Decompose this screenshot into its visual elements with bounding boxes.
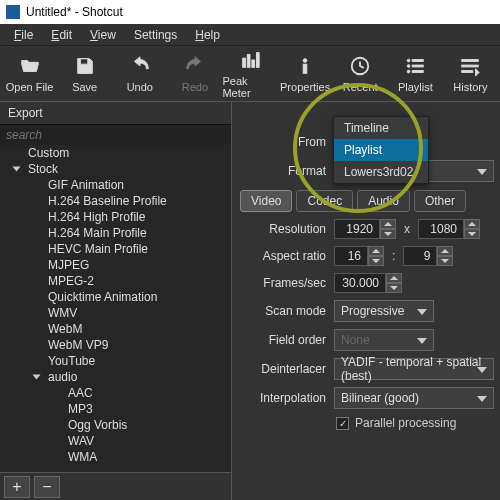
aspect-b-spinner[interactable]: 9 <box>403 246 453 266</box>
tree-item[interactable]: MP3 <box>0 401 231 417</box>
tree-item[interactable]: MJPEG <box>0 257 231 273</box>
tree-item[interactable]: H.264 High Profile <box>0 209 231 225</box>
tree-item[interactable]: H.264 Baseline Profile <box>0 193 231 209</box>
height-value[interactable]: 1080 <box>418 219 464 239</box>
app-logo-icon <box>6 5 20 19</box>
menu-view[interactable]: View <box>82 26 124 44</box>
toolbar: Open File Save Undo Redo Peak Meter Prop… <box>0 46 500 102</box>
preset-tree[interactable]: Custom Stock GIF Animation H.264 Baselin… <box>0 145 231 472</box>
spin-up-icon[interactable] <box>464 219 480 229</box>
spin-up-icon[interactable] <box>386 273 402 283</box>
tree-item[interactable]: WAV <box>0 433 231 449</box>
svg-rect-1 <box>247 54 250 67</box>
tree-item[interactable]: YouTube <box>0 353 231 369</box>
tree-item[interactable]: H.264 Main Profile <box>0 225 231 241</box>
svg-rect-5 <box>303 64 307 73</box>
svg-point-7 <box>408 59 411 62</box>
aspect-a-spinner[interactable]: 16 <box>334 246 384 266</box>
aspect-label: Aspect ratio <box>240 249 326 263</box>
tree-item-audio[interactable]: audio <box>0 369 231 385</box>
height-spinner[interactable]: 1080 <box>418 219 480 239</box>
save-button[interactable]: Save <box>57 48 112 100</box>
svg-rect-0 <box>243 58 246 67</box>
spin-down-icon[interactable] <box>380 229 396 239</box>
fps-spinner[interactable]: 30.000 <box>334 273 402 293</box>
tree-item-stock[interactable]: Stock <box>0 161 231 177</box>
preset-footer: + − <box>0 472 231 500</box>
menu-settings[interactable]: Settings <box>126 26 185 44</box>
fps-label: Frames/sec <box>240 276 326 290</box>
peak-meter-button[interactable]: Peak Meter <box>222 48 277 100</box>
width-value[interactable]: 1920 <box>334 219 380 239</box>
recent-button[interactable]: Recent <box>333 48 388 100</box>
search-input[interactable] <box>0 125 231 145</box>
from-timeline[interactable]: Timeline <box>334 117 428 139</box>
scan-value: Progressive <box>341 304 404 318</box>
history-label: History <box>453 81 487 93</box>
tab-audio[interactable]: Audio <box>357 190 410 212</box>
width-spinner[interactable]: 1920 <box>334 219 396 239</box>
field-dropdown: None <box>334 329 434 351</box>
svg-rect-3 <box>256 52 259 67</box>
svg-point-4 <box>303 58 307 62</box>
add-preset-button[interactable]: + <box>4 476 30 498</box>
from-menu: Timeline Playlist Lowers3rd02 <box>333 116 429 184</box>
parallel-checkbox[interactable]: ✓ Parallel processing <box>336 416 494 430</box>
spin-up-icon[interactable] <box>380 219 396 229</box>
tab-video[interactable]: Video <box>240 190 292 212</box>
tree-item[interactable]: WMA <box>0 449 231 465</box>
open-file-button[interactable]: Open File <box>2 48 57 100</box>
spin-down-icon[interactable] <box>464 229 480 239</box>
aspect-b[interactable]: 9 <box>403 246 437 266</box>
export-settings: From Timeline Playlist Lowers3rd02 Forma… <box>232 102 500 500</box>
history-button[interactable]: History <box>443 48 498 100</box>
from-playlist[interactable]: Playlist <box>334 139 428 161</box>
properties-button[interactable]: Properties <box>278 48 333 100</box>
fps-value[interactable]: 30.000 <box>334 273 386 293</box>
tree-item[interactable]: GIF Animation <box>0 177 231 193</box>
tree-item[interactable]: AAC <box>0 385 231 401</box>
spin-up-icon[interactable] <box>368 246 384 256</box>
playlist-button[interactable]: Playlist <box>388 48 443 100</box>
menu-file[interactable]: File <box>6 26 41 44</box>
chevron-down-icon <box>417 309 427 315</box>
menu-edit[interactable]: Edit <box>43 26 80 44</box>
tree-item[interactable]: WebM <box>0 321 231 337</box>
tree-item[interactable]: WebM VP9 <box>0 337 231 353</box>
menu-help[interactable]: Help <box>187 26 228 44</box>
format-label: Format <box>240 164 326 178</box>
remove-preset-button[interactable]: − <box>34 476 60 498</box>
tree-item[interactable]: HEVC Main Profile <box>0 241 231 257</box>
redo-label: Redo <box>182 81 208 93</box>
redo-button[interactable]: Redo <box>167 48 222 100</box>
save-label: Save <box>72 81 97 93</box>
tree-item-custom[interactable]: Custom <box>0 145 231 161</box>
svg-point-11 <box>408 70 411 73</box>
spin-down-icon[interactable] <box>368 256 384 266</box>
field-value: None <box>341 333 370 347</box>
spin-up-icon[interactable] <box>437 246 453 256</box>
colon-label: : <box>392 249 395 263</box>
tree-item[interactable]: Ogg Vorbis <box>0 417 231 433</box>
tab-other[interactable]: Other <box>414 190 466 212</box>
undo-button[interactable]: Undo <box>112 48 167 100</box>
undo-label: Undo <box>127 81 153 93</box>
spin-down-icon[interactable] <box>386 283 402 293</box>
titlebar: Untitled* - Shotcut <box>0 0 500 24</box>
tab-codec[interactable]: Codec <box>296 190 353 212</box>
aspect-a[interactable]: 16 <box>334 246 368 266</box>
tree-item[interactable]: MPEG-2 <box>0 273 231 289</box>
folder-open-icon <box>19 55 41 77</box>
chevron-down-icon <box>417 338 427 344</box>
properties-label: Properties <box>280 81 330 93</box>
deint-dropdown[interactable]: YADIF - temporal + spatial (best) <box>334 358 494 380</box>
history-icon <box>459 55 481 77</box>
tree-item[interactable]: Quicktime Animation <box>0 289 231 305</box>
undo-icon <box>129 55 151 77</box>
spin-down-icon[interactable] <box>437 256 453 266</box>
from-lowers[interactable]: Lowers3rd02 <box>334 161 428 183</box>
field-label: Field order <box>240 333 326 347</box>
tree-item[interactable]: WMV <box>0 305 231 321</box>
interp-dropdown[interactable]: Bilinear (good) <box>334 387 494 409</box>
scan-dropdown[interactable]: Progressive <box>334 300 434 322</box>
